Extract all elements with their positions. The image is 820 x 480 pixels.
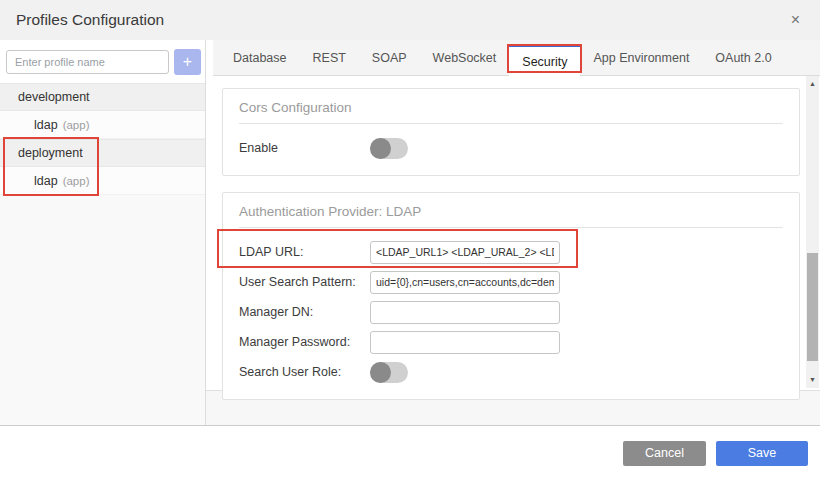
toggle-knob xyxy=(370,138,391,159)
app-label: ldap xyxy=(34,174,58,188)
divider xyxy=(239,123,783,124)
cors-section-title: Cors Configuration xyxy=(239,97,783,115)
profiles-configuration-dialog: Profiles Configuration × + development l… xyxy=(0,0,820,480)
profile-label: development xyxy=(18,90,90,104)
ldap-url-label: LDAP URL: xyxy=(239,245,370,259)
profile-create-bar: + xyxy=(0,40,205,83)
ldap-url-input[interactable] xyxy=(370,241,560,264)
auth-section-title: Authentication Provider: LDAP xyxy=(239,201,783,219)
app-suffix: (app) xyxy=(63,175,90,187)
user-search-pattern-input[interactable] xyxy=(370,271,560,294)
tab-bar: Database REST SOAP WebSocket Security Ap… xyxy=(213,40,820,76)
dialog-footer: Cancel Save xyxy=(0,425,820,480)
manager-dn-input[interactable] xyxy=(370,301,560,324)
tab-websocket[interactable]: WebSocket xyxy=(420,40,510,75)
divider xyxy=(239,227,783,228)
tab-database[interactable]: Database xyxy=(220,40,300,75)
ldap-authentication-card: Authentication Provider: LDAP LDAP URL: … xyxy=(222,192,800,400)
profile-list: development ldap (app) deployment ldap (… xyxy=(0,83,205,425)
scroll-up-icon[interactable]: ▲ xyxy=(806,78,819,90)
app-label: ldap xyxy=(34,118,58,132)
cors-configuration-card: Cors Configuration Enable xyxy=(222,88,800,176)
close-icon[interactable]: × xyxy=(787,10,804,30)
manager-password-input[interactable] xyxy=(370,331,560,354)
cors-enable-toggle[interactable] xyxy=(370,138,408,159)
app-suffix: (app) xyxy=(63,119,90,131)
dialog-header: Profiles Configuration × xyxy=(0,0,820,40)
user-search-pattern-label: User Search Pattern: xyxy=(239,275,370,289)
profile-name-input[interactable] xyxy=(6,50,169,74)
manager-dn-row: Manager DN: xyxy=(239,299,783,325)
profiles-sidebar: + development ldap (app) deployment ldap… xyxy=(0,40,206,425)
scrollbar-thumb[interactable] xyxy=(807,253,818,361)
sidebar-item-ldap-development[interactable]: ldap (app) xyxy=(0,111,205,139)
cancel-button[interactable]: Cancel xyxy=(623,441,706,466)
tab-soap[interactable]: SOAP xyxy=(359,40,420,75)
tab-security[interactable]: Security xyxy=(509,44,580,76)
manager-password-row: Manager Password: xyxy=(239,329,783,355)
tab-oauth[interactable]: OAuth 2.0 xyxy=(702,40,784,75)
search-user-role-toggle[interactable] xyxy=(370,362,408,383)
tab-rest[interactable]: REST xyxy=(300,40,359,75)
tab-security-label: Security xyxy=(522,55,567,69)
main-panel: Database REST SOAP WebSocket Security Ap… xyxy=(206,40,820,425)
user-search-pattern-row: User Search Pattern: xyxy=(239,269,783,295)
manager-password-label: Manager Password: xyxy=(239,335,370,349)
cors-enable-row: Enable xyxy=(239,135,783,161)
save-button[interactable]: Save xyxy=(716,441,808,466)
sidebar-item-ldap-deployment[interactable]: ldap (app) xyxy=(0,167,205,195)
profile-label: deployment xyxy=(18,146,83,160)
search-user-role-label: Search User Role: xyxy=(239,365,370,379)
toggle-knob xyxy=(370,362,391,383)
security-tab-content: Cors Configuration Enable Authentication… xyxy=(206,76,820,390)
manager-dn-label: Manager DN: xyxy=(239,305,370,319)
tab-app-environment[interactable]: App Environment xyxy=(580,40,702,75)
enable-label: Enable xyxy=(239,141,370,155)
search-user-role-row: Search User Role: xyxy=(239,359,783,385)
vertical-scrollbar[interactable]: ▲ ▼ xyxy=(806,76,819,388)
dialog-title: Profiles Configuration xyxy=(16,11,164,29)
ldap-url-row: LDAP URL: xyxy=(239,239,783,265)
add-profile-button[interactable]: + xyxy=(174,49,201,75)
sidebar-item-deployment[interactable]: deployment xyxy=(0,139,205,167)
scroll-down-icon[interactable]: ▼ xyxy=(806,374,819,386)
dialog-body: + development ldap (app) deployment ldap… xyxy=(0,40,820,425)
sidebar-item-development[interactable]: development xyxy=(0,83,205,111)
